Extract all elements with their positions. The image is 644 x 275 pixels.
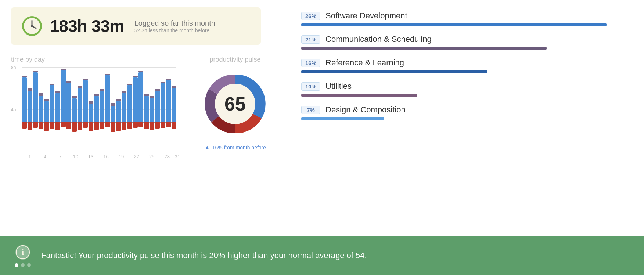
bar-positive (50, 85, 54, 122)
category-header: 26%Software Development (301, 11, 633, 21)
bar-group (161, 67, 165, 152)
category-name: Software Development (325, 11, 407, 21)
bar-positive (133, 77, 138, 122)
bar-group (66, 67, 71, 152)
bar-group (72, 67, 77, 152)
bar-positive (22, 77, 27, 122)
bar-middle (150, 96, 154, 99)
category-name: Reference & Learning (325, 58, 404, 68)
bar-negative (127, 122, 132, 129)
bar-positive (144, 96, 149, 122)
banner-dots (15, 263, 31, 267)
bar-middle (116, 99, 121, 101)
bar-group (89, 67, 93, 152)
category-bar-track (301, 70, 633, 73)
bar-negative (66, 122, 71, 129)
bar-negative (138, 122, 143, 127)
bar-group (94, 67, 99, 152)
bar-positive (33, 72, 38, 122)
bar-group (111, 67, 115, 152)
bottom-banner: i Fantastic! Your productivity pulse thi… (0, 236, 644, 275)
bar-negative (61, 122, 66, 127)
category-header: 10%Utilities (301, 82, 633, 91)
bar-positive (138, 72, 143, 122)
bar-negative (22, 122, 27, 129)
category-bar-fill (301, 23, 607, 26)
bar-positive (72, 98, 77, 122)
svg-text:i: i (22, 247, 24, 257)
category-bar-fill (301, 47, 547, 50)
bar-positive (89, 104, 93, 122)
bar-negative (150, 122, 154, 131)
bar-positive (94, 96, 99, 122)
banner-text: Fantastic! Your productivity pulse this … (41, 251, 367, 260)
bar-positive (161, 83, 165, 122)
info-icon: i (15, 244, 31, 260)
bar-negative (166, 122, 171, 127)
bar-negative (39, 122, 43, 129)
category-row: 16%Reference & Learning (301, 58, 633, 73)
banner-icon-area: i (15, 244, 31, 267)
dot-1 (15, 263, 18, 267)
bar-middle (111, 103, 115, 106)
x-label: 19 (114, 154, 129, 159)
bar-group (150, 67, 154, 152)
pct-badge: 21% (301, 35, 320, 44)
x-label: 1 (22, 154, 37, 159)
bar-positive (172, 88, 176, 122)
x-label: 22 (129, 154, 144, 159)
x-axis: 1471013161922252831 (11, 154, 180, 159)
x-label: 10 (68, 154, 83, 159)
bar-negative (89, 122, 93, 131)
left-panel: 183h 33m Logged so far this month 52.3h … (11, 7, 290, 232)
bar-middle (39, 93, 43, 96)
bar-negative (144, 122, 149, 129)
bar-group (33, 67, 38, 152)
hours-label: Logged so far this month (134, 19, 215, 28)
bar-group (50, 67, 54, 152)
dot-2 (21, 263, 25, 267)
bar-negative (83, 122, 88, 128)
pct-badge: 10% (301, 82, 320, 91)
category-bar-track (301, 117, 633, 120)
bar-positive (166, 80, 171, 122)
main-container: 183h 33m Logged so far this month 52.3h … (0, 0, 644, 275)
bar-group (28, 67, 32, 152)
bar-positive (55, 93, 60, 122)
x-label: 28 (159, 154, 175, 159)
hours-value: 183h 33m (50, 18, 124, 35)
x-label: 13 (83, 154, 98, 159)
x-label: 16 (98, 154, 114, 159)
bar-chart-area: 8h 4h (11, 67, 176, 152)
bar-group (138, 67, 143, 152)
bar-positive (44, 101, 49, 122)
donut-sub-label: 16% from month before (212, 145, 266, 151)
bar-positive (150, 98, 154, 122)
bar-negative (111, 122, 115, 132)
bar-negative (105, 122, 110, 127)
bar-group (55, 67, 60, 152)
bar-negative (122, 122, 126, 130)
bar-negative (78, 122, 82, 130)
grid-label-4h: 4h (11, 107, 16, 112)
bar-group (155, 67, 160, 152)
arrow-up-icon: ▲ (204, 144, 210, 151)
x-label: 31 (175, 154, 180, 159)
bar-negative (28, 122, 32, 130)
category-bar-track (301, 94, 633, 97)
bar-negative (55, 122, 60, 131)
time-by-day-title: time by day (11, 56, 180, 64)
category-name: Communication & Scheduling (325, 35, 432, 44)
x-label: 4 (37, 154, 53, 159)
bar-positive (39, 96, 43, 122)
bar-group (116, 67, 121, 152)
category-row: 26%Software Development (301, 11, 633, 26)
bar-group (83, 67, 88, 152)
bar-negative (172, 122, 176, 129)
category-bar-fill (301, 94, 417, 97)
category-bar-fill (301, 70, 487, 73)
bar-group (78, 67, 82, 152)
bar-positive (155, 91, 160, 122)
bar-negative (100, 122, 104, 129)
hours-sub: Logged so far this month 52.3h less than… (134, 19, 215, 33)
